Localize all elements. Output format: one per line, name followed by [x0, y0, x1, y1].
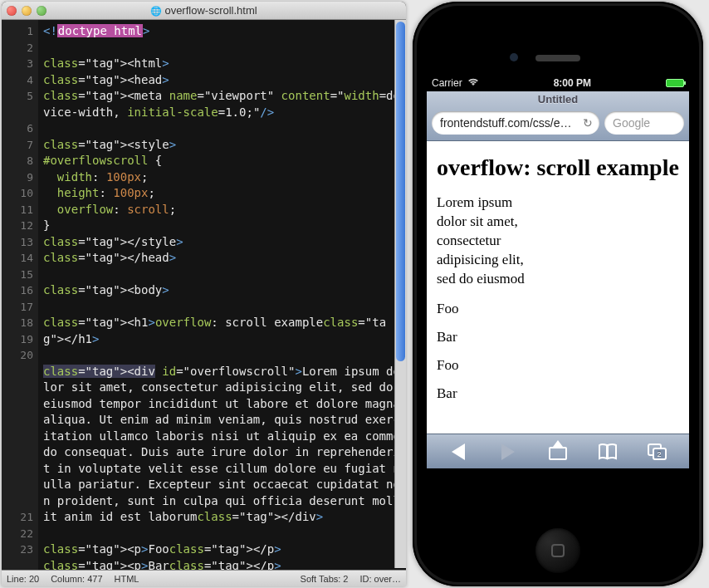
page-paragraph: Bar: [437, 329, 679, 345]
code-line[interactable]: width: 100px;: [43, 169, 401, 186]
code-line[interactable]: [43, 347, 401, 364]
home-button[interactable]: [535, 528, 580, 573]
back-button[interactable]: [445, 440, 472, 463]
reload-icon[interactable]: ↻: [583, 116, 593, 130]
safari-header: Untitled frontendstuff.com/css/e… ↻ Goog…: [427, 91, 689, 141]
code-line[interactable]: #overflowscroll {: [43, 153, 401, 169]
status-column: Column: 477: [51, 574, 102, 584]
safari-toolbar: 2: [427, 434, 689, 468]
editor-body[interactable]: 12345 67891011121314151617181920 212223 …: [2, 20, 406, 570]
iphone-simulator: Carrier 8:00 PM Untitled frontendstuff.c…: [413, 2, 703, 586]
code-line[interactable]: class="tag"><h1>overflow: scroll example…: [43, 315, 401, 347]
code-line[interactable]: class="tag"><head>: [43, 72, 401, 89]
safari-search-placeholder: Google: [613, 116, 650, 130]
code-line[interactable]: class="tag"><body>: [43, 282, 401, 299]
code-line[interactable]: class="tag"><style>: [43, 137, 401, 154]
code-line[interactable]: overflow: scroll;: [43, 202, 401, 218]
scrollbar-thumb[interactable]: [396, 22, 405, 361]
ios-status-bar: Carrier 8:00 PM: [427, 75, 689, 91]
code-line[interactable]: class="tag"></head>: [43, 250, 401, 267]
line-number-gutter: 12345 67891011121314151617181920 212223: [2, 20, 38, 570]
code-line[interactable]: class="tag"><p>Barclass="tag"></p>: [43, 558, 401, 571]
bookmarks-icon[interactable]: [594, 440, 621, 463]
tabs-icon[interactable]: 2: [644, 440, 671, 463]
code-line[interactable]: class="tag"><div id="overflowscroll">Lor…: [43, 364, 401, 526]
status-syntax[interactable]: HTML: [115, 574, 139, 584]
code-line[interactable]: [43, 299, 401, 316]
close-window-button[interactable]: [7, 6, 17, 16]
code-line[interactable]: [43, 267, 401, 283]
safari-page-title: Untitled: [427, 91, 689, 108]
code-line[interactable]: [43, 40, 401, 56]
code-area[interactable]: <!doctype html> class="tag"><html>class=…: [38, 20, 406, 570]
safari-url-text: frontendstuff.com/css/e…: [440, 116, 571, 130]
safari-url-field[interactable]: frontendstuff.com/css/e… ↻: [432, 111, 599, 135]
forward-button[interactable]: [495, 440, 521, 463]
code-line[interactable]: class="tag"><meta name="viewport" conten…: [43, 88, 401, 120]
code-line[interactable]: class="tag"></style>: [43, 234, 401, 251]
editor-statusbar: Line: 20 Column: 477 HTML Soft Tabs: 2 I…: [2, 570, 406, 586]
editor-titlebar: overflow-scroll.html: [2, 2, 406, 20]
code-line[interactable]: [43, 526, 401, 542]
code-line[interactable]: class="tag"><p>Fooclass="tag"></p>: [43, 541, 401, 558]
minimize-window-button[interactable]: [22, 6, 32, 16]
page-paragraph: Bar: [437, 385, 679, 402]
clock-label: 8:00 PM: [484, 77, 661, 89]
phone-earpiece: [535, 55, 580, 61]
phone-camera-icon: [510, 53, 518, 61]
page-paragraph: Foo: [437, 357, 679, 374]
status-id: ID: over…: [359, 574, 401, 584]
code-line[interactable]: [43, 120, 401, 137]
wifi-icon: [467, 77, 479, 89]
phone-screen: Carrier 8:00 PM Untitled frontendstuff.c…: [427, 75, 689, 468]
svg-text:2: 2: [657, 450, 661, 458]
code-line[interactable]: height: 100px;: [43, 185, 401, 202]
zoom-window-button[interactable]: [37, 6, 46, 16]
battery-icon: [666, 79, 684, 87]
code-line[interactable]: <!doctype html>: [43, 23, 401, 40]
share-icon[interactable]: [545, 440, 571, 463]
safari-search-field[interactable]: Google: [604, 111, 684, 135]
status-soft-tabs[interactable]: Soft Tabs: 2: [301, 574, 349, 584]
overflow-scroll-box[interactable]: Lorem ipsum dolor sit amet, consectetur …: [437, 194, 528, 289]
safari-webpage[interactable]: overflow: scroll example Lorem ipsum dol…: [427, 141, 689, 434]
code-editor-window: overflow-scroll.html 12345 6789101112131…: [2, 2, 406, 586]
editor-vertical-scrollbar[interactable]: [394, 20, 406, 568]
code-line[interactable]: class="tag"><html>: [43, 56, 401, 72]
editor-filename: overflow-scroll.html: [2, 4, 406, 17]
code-line[interactable]: }: [43, 218, 401, 234]
page-heading: overflow: scroll example: [437, 153, 679, 182]
page-paragraph: Foo: [437, 301, 679, 317]
carrier-label: Carrier: [432, 77, 462, 89]
status-line: Line: 20: [7, 574, 39, 584]
